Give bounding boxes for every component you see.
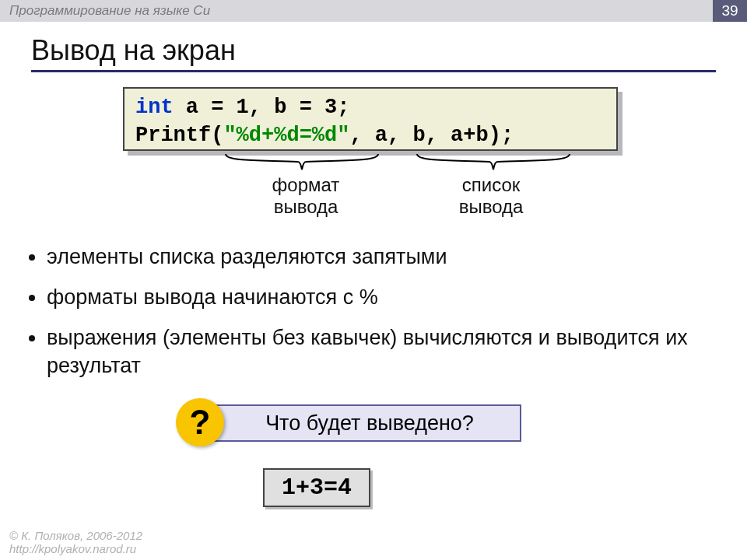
annotation-list: список вывода [448,174,534,218]
bullet-item: элементы списка разделяются запятыми [47,243,722,271]
bullet-item: форматы вывода начинаются с % [47,283,722,311]
slide: Программирование на языке Си 39 Вывод на… [0,0,747,560]
code-string: "%d+%d=%d" [223,124,349,147]
bullet-list: элементы списка разделяются запятыми фор… [22,243,722,392]
annotation-list-l2: вывода [459,196,524,217]
code-content: int a = 1, b = 3; Printf("%d+%d=%d", a, … [123,87,618,151]
annotation-format-l2: вывода [274,196,338,217]
course-title: Программирование на языке Си [9,3,210,18]
code-fn: Printf( [135,124,223,147]
page-number: 39 [713,0,747,22]
brace-list-icon [416,152,571,173]
code-keyword: int [135,96,174,119]
code-line1: a = 1, b = 3; [174,96,350,119]
footer: © К. Поляков, 2006-2012 http://kpolyakov… [9,529,142,555]
page-title: Вывод на экран [31,34,716,72]
footer-url: http://kpolyakov.narod.ru [9,542,136,555]
footer-copyright: © К. Поляков, 2006-2012 [9,529,142,542]
code-args: , a, b, a+b); [349,124,514,147]
annotation-format-l1: формат [272,174,340,195]
question-badge-icon: ? [176,398,224,446]
annotation-list-l1: список [462,174,521,195]
annotation-format: формат вывода [263,174,349,218]
question-box: ? Что будет выведено? [195,404,521,442]
header-bar: Программирование на языке Си 39 [0,0,747,22]
answer-box: 1+3=4 [263,468,370,507]
question-text: Что будет выведено? [265,411,474,435]
brace-format-icon [224,152,380,173]
code-block: int a = 1, b = 3; Printf("%d+%d=%d", a, … [123,87,618,151]
bullet-item: выражения (элементы без кавычек) вычисля… [47,324,722,380]
